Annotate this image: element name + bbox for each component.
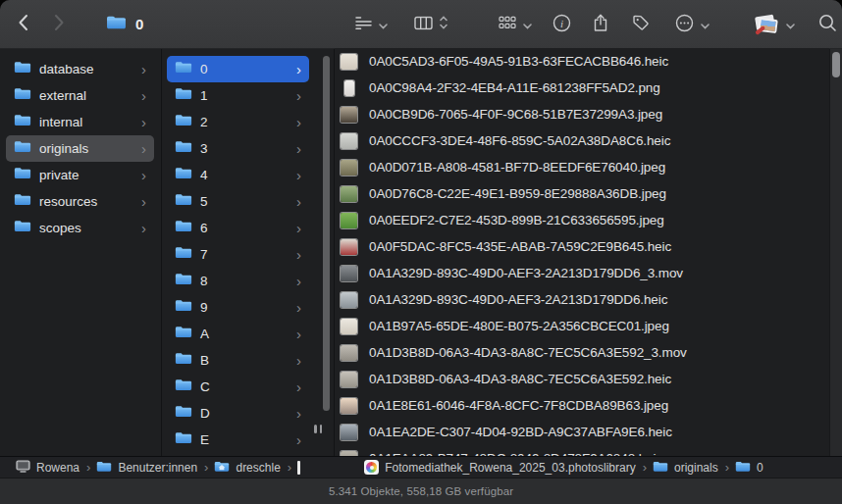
info-button[interactable]: i bbox=[553, 14, 571, 35]
media-browser-button[interactable] bbox=[754, 12, 779, 37]
path-item[interactable]: dreschle › bbox=[214, 459, 291, 477]
column2-scrollbar[interactable] bbox=[323, 56, 330, 411]
folder-icon bbox=[14, 219, 31, 237]
file-thumbnail bbox=[344, 80, 354, 96]
group-view-button[interactable] bbox=[499, 16, 516, 32]
folder-row[interactable]: B › bbox=[167, 347, 309, 374]
tag-icon bbox=[632, 14, 650, 34]
chevron-right-icon: › bbox=[296, 327, 301, 341]
folder-row[interactable]: 8 › bbox=[167, 268, 309, 294]
chevron-right-icon: › bbox=[296, 300, 301, 315]
file-thumbnail bbox=[341, 54, 357, 70]
folder-icon bbox=[175, 86, 192, 105]
file-name: 0A0D76C8-C22E-49E1-B959-8E29888A36DB.jpe… bbox=[369, 186, 666, 201]
folder-row[interactable]: 2 › bbox=[167, 109, 309, 135]
folder-icon bbox=[175, 272, 192, 290]
folder-icon bbox=[14, 86, 31, 105]
file-row[interactable]: 0A0D76C8-C22E-49E1-B959-8E29888A36DB.jpe… bbox=[335, 180, 829, 207]
folder-row[interactable]: 9 › bbox=[167, 294, 309, 321]
path-item[interactable]: Fotomediathek_Rowena_2025_03.photoslibra… bbox=[364, 460, 647, 475]
path-label: dreschle bbox=[236, 461, 280, 475]
file-row[interactable]: 0A1A329D-893C-49D0-AEF3-2A213D179DD6.hei… bbox=[335, 286, 829, 313]
path-label: 0 bbox=[757, 461, 763, 475]
path-bar: Rowena › Benutzer:innen › bbox=[0, 456, 842, 478]
file-row[interactable]: 0A1EAA89-B747-48DC-8049-8D478F9A0848.hei… bbox=[335, 445, 829, 456]
folder-row[interactable]: scopes › bbox=[6, 215, 154, 241]
folder-row[interactable]: internal › bbox=[6, 109, 154, 135]
folder-row[interactable]: resources › bbox=[6, 188, 154, 215]
path-item[interactable]: 0 bbox=[735, 459, 763, 477]
chevron-right-icon: › bbox=[296, 353, 301, 368]
chevron-right-icon: › bbox=[296, 274, 301, 288]
back-button[interactable] bbox=[18, 14, 28, 34]
search-button[interactable] bbox=[818, 14, 837, 35]
file-name: 0A1A329D-893C-49D0-AEF3-2A213D179DD6_3.m… bbox=[369, 266, 683, 280]
window-title-group: 0 bbox=[106, 14, 144, 34]
file-row[interactable]: 0A0CB9D6-7065-4F0F-9C68-51B7E37299A3.jpe… bbox=[335, 101, 829, 127]
folder-label: A bbox=[200, 327, 289, 341]
folder-row[interactable]: C › bbox=[167, 374, 309, 400]
tag-button[interactable] bbox=[632, 14, 650, 34]
folder-row[interactable]: D › bbox=[167, 400, 309, 427]
file-row[interactable]: 0A1D3B8D-06A3-4DA3-8A8C-7EC5C6A3E592.hei… bbox=[335, 366, 829, 392]
file-row[interactable]: 0A1A329D-893C-49D0-AEF3-2A213D179DD6_3.m… bbox=[335, 260, 829, 286]
file-row[interactable]: 0A0F5DAC-8FC5-435E-ABAB-7A59C2E9B645.hei… bbox=[335, 233, 829, 260]
file-row[interactable]: 0A1E8E61-6046-4F8A-8CFC-7F8CDBA89B63.jpe… bbox=[335, 392, 829, 419]
path-item[interactable]: originals › bbox=[653, 459, 729, 477]
file-thumbnail bbox=[341, 372, 357, 387]
folder-label: 7 bbox=[200, 247, 289, 262]
more-actions-button[interactable] bbox=[675, 14, 694, 35]
chevron-right-icon: › bbox=[141, 194, 146, 209]
folder-icon bbox=[14, 60, 31, 78]
folder-row[interactable]: A › bbox=[167, 321, 309, 347]
group-by-button[interactable] bbox=[355, 16, 372, 32]
folder-icon bbox=[14, 113, 31, 131]
folder-row[interactable]: 4 › bbox=[167, 162, 309, 188]
folder-row[interactable]: external › bbox=[6, 82, 154, 109]
folder-row[interactable]: 1 › bbox=[167, 82, 309, 109]
folder-row[interactable]: E › bbox=[167, 427, 309, 453]
folder-row[interactable]: private › bbox=[6, 162, 154, 188]
folder-row[interactable]: database › bbox=[6, 56, 154, 82]
column-resize-handle[interactable] bbox=[314, 425, 322, 433]
folder-icon bbox=[175, 139, 192, 158]
folder-label: 6 bbox=[200, 221, 289, 235]
file-row[interactable]: 0A0CCCF3-3DE4-48F6-859C-5A02A38DA8C6.hei… bbox=[335, 127, 829, 154]
folder-row[interactable]: 3 › bbox=[167, 135, 309, 162]
file-row[interactable]: 0A0EEDF2-C7E2-453D-899B-21C633656595.jpe… bbox=[335, 207, 829, 233]
folder-icon bbox=[14, 166, 31, 184]
path-item[interactable]: Benutzer:innen › bbox=[96, 459, 208, 477]
file-list-scrollbar[interactable] bbox=[832, 52, 840, 77]
file-thumbnail bbox=[341, 292, 357, 308]
column-folders-level1: database › external › internal › origina… bbox=[0, 49, 161, 456]
file-row[interactable]: 0A1B97A5-65DE-480E-B075-2A356CBCEC01.jpe… bbox=[335, 313, 829, 339]
file-row[interactable]: 0A1EA2DE-C307-4D04-92BD-A9C37ABFA9E6.hei… bbox=[335, 419, 829, 445]
forward-button[interactable] bbox=[54, 14, 65, 34]
folder-row[interactable]: 7 › bbox=[167, 241, 309, 268]
folder-icon bbox=[175, 351, 192, 370]
redacted-path-item bbox=[297, 461, 300, 475]
path-separator: › bbox=[288, 461, 291, 474]
folder-row[interactable]: 5 › bbox=[167, 188, 309, 215]
file-row[interactable]: 0A0D071B-A808-4581-BF7D-8EEDF6E76040.jpe… bbox=[335, 154, 829, 180]
file-name: 0A0C98A4-2F32-4EB4-A11E-681238FF5AD2.png bbox=[369, 80, 660, 95]
share-button[interactable] bbox=[593, 14, 608, 35]
folder-row[interactable]: 0 › bbox=[167, 56, 309, 82]
file-thumbnail bbox=[341, 345, 357, 361]
folder-icon bbox=[175, 113, 192, 131]
file-name: 0A0D071B-A808-4581-BF7D-8EEDF6E76040.jpe… bbox=[369, 160, 665, 175]
file-row[interactable]: 0A0C98A4-2F32-4EB4-A11E-681238FF5AD2.png bbox=[335, 75, 829, 101]
folder-row[interactable]: 6 › bbox=[167, 215, 309, 241]
file-row[interactable]: 0A0C5AD3-6F05-49A5-91B3-63FECACBB646.hei… bbox=[335, 48, 829, 75]
svg-text:i: i bbox=[560, 17, 563, 28]
home-folder-icon bbox=[214, 459, 230, 477]
scrollbar-track[interactable] bbox=[829, 49, 842, 456]
folder-row[interactable]: originals › bbox=[6, 135, 154, 162]
column-view-button[interactable] bbox=[414, 16, 433, 32]
path-item[interactable] bbox=[297, 461, 358, 475]
folder-label: 9 bbox=[200, 300, 289, 315]
file-thumbnail bbox=[341, 398, 357, 414]
file-row[interactable]: 0A1D3B8D-06A3-4DA3-8A8C-7EC5C6A3E592_3.m… bbox=[335, 339, 829, 366]
chevron-up-down-icon bbox=[440, 15, 447, 33]
path-item[interactable]: Rowena › bbox=[16, 459, 90, 477]
